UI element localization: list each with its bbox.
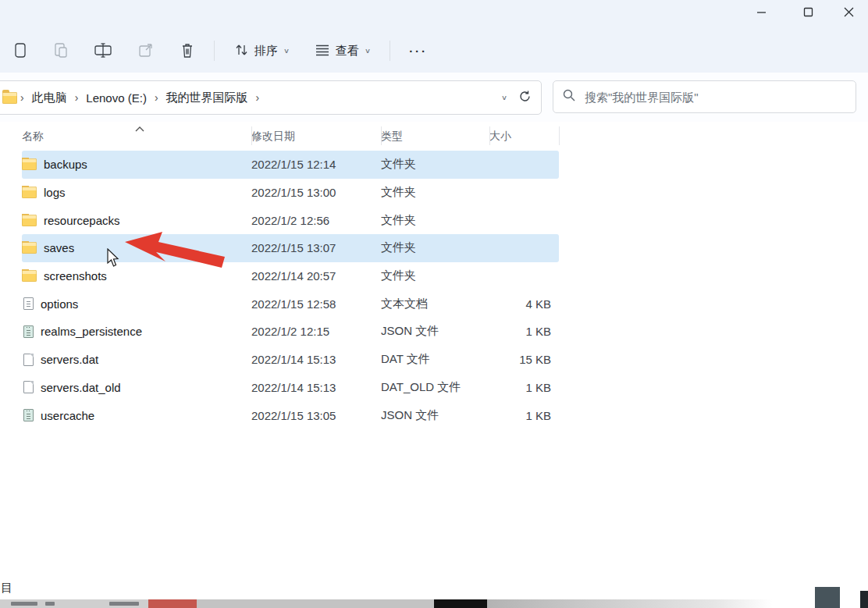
strip-dark-segment	[434, 599, 487, 608]
file-row[interactable]: options 2022/1/15 12:58 文本文档 4 KB	[22, 290, 559, 318]
file-list: backups 2022/1/15 12:14 文件夹 logs 2022/1/…	[0, 151, 581, 429]
column-header-date[interactable]: 修改日期	[251, 130, 381, 144]
file-type: JSON 文件	[381, 324, 489, 339]
file-date: 2022/1/2 12:56	[251, 214, 381, 227]
delete-button[interactable]	[172, 35, 203, 67]
file-row[interactable]: screenshots 2022/1/14 20:57 文件夹	[22, 262, 559, 290]
address-dropdown-chevron-icon[interactable]: ∨	[501, 94, 507, 101]
breadcrumb-drive[interactable]: Lenovo (E:)	[81, 88, 151, 108]
file-size: 15 KB	[489, 353, 559, 366]
strip-segment	[0, 599, 148, 608]
sort-button[interactable]: 排序 ∨	[226, 36, 297, 66]
file-icon	[23, 409, 34, 421]
file-name: screenshots	[44, 269, 107, 283]
column-header-size[interactable]: 大小	[489, 130, 559, 144]
close-icon	[844, 7, 854, 20]
file-row[interactable]: usercache 2022/1/15 13:05 JSON 文件 1 KB	[22, 401, 559, 429]
search-input[interactable]	[583, 90, 846, 105]
file-row[interactable]: resourcepacks 2022/1/2 12:56 文件夹	[22, 206, 559, 234]
rename-button[interactable]	[86, 35, 120, 67]
breadcrumb-current-folder[interactable]: 我的世界国际版	[162, 87, 253, 108]
column-divider[interactable]	[381, 126, 382, 145]
file-date: 2022/1/15 13:07	[251, 241, 381, 254]
file-icon	[22, 158, 37, 170]
file-icon	[22, 187, 37, 198]
file-name: backups	[44, 158, 87, 171]
sort-arrows-icon	[233, 42, 249, 60]
breadcrumb-separator: ›	[151, 91, 162, 104]
maximize-icon	[803, 7, 813, 20]
share-button[interactable]	[130, 35, 162, 67]
file-type: 文件夹	[381, 185, 489, 200]
file-name: servers.dat_old	[41, 381, 121, 394]
breadcrumb-separator: ›	[253, 91, 263, 104]
copy-button[interactable]	[5, 35, 36, 67]
view-button[interactable]: 查看 ∨	[307, 37, 379, 66]
strip-text-smudge	[11, 602, 37, 606]
breadcrumb-separator: ›	[17, 91, 27, 104]
navigation-row: › 此电脑 › Lenovo (E:) › 我的世界国际版 › ∨	[0, 73, 868, 122]
breadcrumb-separator: ›	[72, 91, 82, 104]
video-player-strip	[0, 599, 868, 608]
file-row[interactable]: servers.dat_old 2022/1/14 15:13 DAT_OLD …	[22, 374, 559, 402]
file-type: DAT_OLD 文件	[381, 380, 489, 395]
file-date: 2022/1/14 20:57	[251, 269, 381, 283]
file-name: logs	[44, 186, 66, 199]
search-box[interactable]	[553, 80, 856, 113]
minimize-icon	[756, 7, 767, 20]
maximize-button[interactable]	[791, 2, 825, 25]
strip-segment	[487, 599, 773, 608]
file-name: realms_persistence	[41, 325, 142, 338]
file-icon	[23, 354, 34, 366]
file-row[interactable]: saves 2022/1/15 13:07 文件夹	[22, 234, 559, 262]
status-bar-items-fragment: 目	[1, 581, 12, 596]
file-type: 文本文档	[381, 297, 489, 311]
file-type: 文件夹	[381, 240, 489, 255]
file-name: resourcepacks	[44, 214, 120, 227]
taskbar-edge-tile	[860, 591, 868, 608]
toolbar: 排序 ∨ 查看 ∨ ···	[0, 31, 440, 70]
file-row[interactable]: realms_persistence 2022/1/2 12:15 JSON 文…	[22, 318, 559, 346]
column-header-row: 名称 修改日期 类型 大小	[0, 123, 581, 150]
file-row[interactable]: servers.dat 2022/1/14 15:13 DAT 文件 15 KB	[22, 346, 559, 374]
file-row[interactable]: logs 2022/1/15 13:00 文件夹	[22, 179, 559, 207]
column-divider[interactable]	[559, 126, 560, 145]
file-type: 文件夹	[381, 213, 489, 228]
paste-icon	[53, 41, 69, 61]
file-date: 2022/1/2 12:15	[251, 325, 381, 338]
file-explorer-window: 排序 ∨ 查看 ∨ ··· › 此电脑 › Lenovo (E:) › 我的世界…	[0, 0, 868, 608]
file-date: 2022/1/14 15:13	[251, 353, 381, 366]
file-date: 2022/1/15 13:05	[251, 409, 381, 422]
file-icon	[22, 270, 37, 282]
title-and-toolbar-area: 排序 ∨ 查看 ∨ ···	[0, 0, 868, 73]
more-options-button[interactable]: ···	[401, 38, 436, 64]
file-icon	[23, 381, 34, 393]
address-bar[interactable]: › 此电脑 › Lenovo (E:) › 我的世界国际版 › ∨	[0, 80, 542, 115]
column-divider[interactable]	[251, 126, 252, 145]
strip-text-smudge	[109, 602, 139, 606]
paste-button[interactable]	[45, 35, 76, 67]
close-button[interactable]	[831, 2, 866, 25]
minimize-button[interactable]	[744, 2, 778, 25]
chevron-down-icon: ∨	[283, 47, 290, 55]
file-name: servers.dat	[41, 353, 98, 366]
refresh-icon[interactable]	[518, 90, 532, 105]
view-label: 查看	[336, 44, 359, 59]
chevron-down-icon: ∨	[365, 47, 371, 55]
search-icon	[563, 89, 575, 105]
file-date: 2022/1/15 12:14	[251, 158, 381, 171]
file-size: 1 KB	[489, 381, 559, 394]
file-date: 2022/1/14 15:13	[251, 381, 381, 394]
column-header-type[interactable]: 类型	[381, 130, 489, 144]
file-size: 1 KB	[489, 409, 559, 422]
sort-label: 排序	[254, 44, 278, 59]
file-name: usercache	[41, 409, 94, 422]
file-type: DAT 文件	[381, 352, 489, 367]
view-lines-icon	[315, 43, 330, 59]
file-size: 1 KB	[489, 325, 559, 338]
file-date: 2022/1/15 12:58	[251, 297, 381, 311]
breadcrumb-this-pc[interactable]: 此电脑	[27, 87, 72, 108]
file-icon	[22, 215, 37, 226]
file-row[interactable]: backups 2022/1/15 12:14 文件夹	[22, 151, 559, 179]
column-divider[interactable]	[489, 126, 490, 145]
